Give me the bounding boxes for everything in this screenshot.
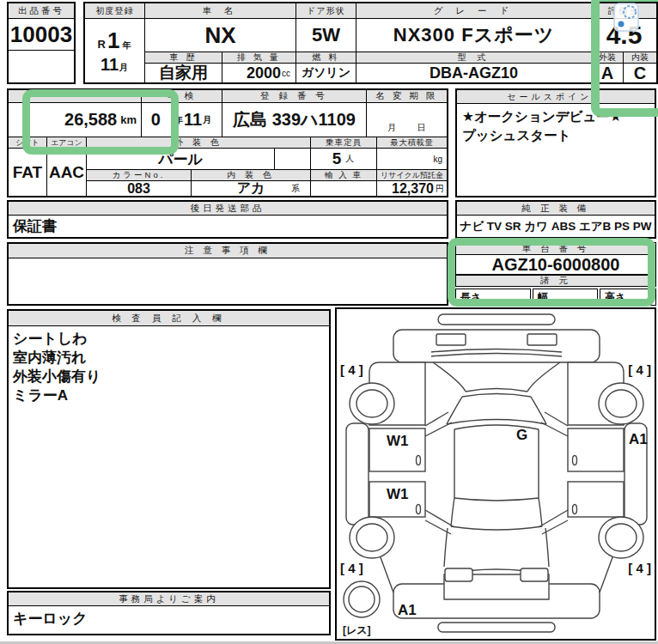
spec-length: 長さ [455,289,531,306]
first-reg-value: R 1 年 11 月 [85,19,145,82]
color-no-label: カラーNo. [87,170,192,181]
notes-box: 注 意 事 項 欄 [7,242,448,306]
displacement-label: 排 気 量 [222,52,296,64]
mileage-number: 26,588 [64,110,117,130]
inspector-line: 室内薄汚れ [13,349,101,368]
annotation-icon [613,3,639,32]
notes-label: 注 意 事 項 欄 [9,244,447,258]
capacity-number: 5 [332,149,342,168]
door-shape-label: ドア形状 [296,3,356,19]
reg-no-value: 広島 339ハ1109 [222,103,367,137]
name-change-month-unit: 月 [387,122,396,134]
first-reg-label: 初度登録 [85,3,145,19]
ext-color-label: 外 装 色 [87,137,311,149]
parts-value: 保証書 [9,216,447,237]
sales-point-label: セールスポイント [457,90,655,104]
office-value: キーロック [9,606,329,634]
shaken-value: 0 年 11 月 [142,103,222,137]
history-value: 自家用 [145,64,222,82]
int-color-name: アカ [237,181,265,196]
mid-table: 26,588 km 車 検 0 年 11 月 登 録 番 号 広島 339ハ11… [7,88,448,197]
import-value [311,181,377,196]
history-label: 車 歴 [145,52,222,64]
diagram-label-tire-rear-right: [ 4 ] [628,561,651,575]
diagram-label-rear-bumper: A1 [398,602,417,618]
diagram-label-tire-rear-left: [ 4 ] [340,561,363,575]
auction-sheet: 出品番号 10003 初度登録 R 1 年 11 月 車 名 NX 車 歴 自家… [0,0,658,644]
lot-number-value: 10003 [9,19,74,51]
name-change-day-unit: 日 [417,122,426,134]
name-change-label: 名 変 期 限 [367,90,447,103]
chassis-label: 車 台 番 号 [455,242,656,255]
office-box: 事務局よりご案内 キーロック [7,591,331,635]
specs-label: 諸 元 [455,275,656,287]
exterior-grade-value: A [592,64,624,82]
displacement-number: 2000 [247,64,281,82]
shaken-label: 車 検 [142,90,222,103]
grade-label: グ レ ー ド [356,3,592,19]
shaken-month-unit: 月 [203,114,211,126]
first-reg-year: 1 [107,27,119,54]
diagram-label-glass: G [516,427,527,443]
parts-label: 後日発送部品 [9,202,447,216]
first-reg-year-unit: 年 [122,39,131,52]
shaken-digit: 0 [151,110,161,130]
diagram-label-front-door-left: W1 [387,433,409,449]
recycle-number: 12,370 [392,181,434,196]
int-color-value: アカ 系 [192,181,311,196]
parts-box: 後日発送部品 保証書 [7,200,448,239]
sales-point-line: プッシュスタート [462,127,571,145]
equipment-value: ナビ TV SR カワ ABS エアB PS PW [457,216,655,237]
office-label: 事務局よりご案内 [9,592,329,606]
lot-number-box: 出品番号 10003 [7,2,76,84]
first-reg-era: R [98,38,106,51]
equipment-label: 純 正 装 備 [457,202,655,216]
capacity-label: 乗車定員 [311,137,377,149]
car-name-label: 車 名 [145,3,296,19]
car-diagram-svg: [ 4 ] [ 4 ] [ 4 ] [ 4 ] W1 W1 G A1 A1 [レ… [337,309,655,639]
capacity-unit: 人 [345,153,354,165]
int-color-label: 内 装 色 [192,170,311,181]
displacement-value: 2000 cc [222,64,296,82]
name-change-value: 月 日 [367,103,447,137]
fuel-label: 燃 料 [296,52,356,64]
notes-value [9,258,447,304]
diagram-label-rear-door-left: W1 [387,486,409,502]
sales-point-box: セールスポイント ★オークションデビュー★ プッシュスタート [455,88,656,197]
shaken-month: 11 [184,110,202,130]
aircon-label: エアコン [47,137,87,149]
door-shape-value: 5W [296,19,356,52]
first-reg-month: 11 [101,55,119,75]
inspector-box: 検 査 員 記 入 欄 シートしわ 室内薄汚れ 外装小傷有り ミラーA [7,309,331,589]
car-diagram: [ 4 ] [ 4 ] [ 4 ] [ 4 ] W1 W1 G A1 A1 [レ… [335,307,656,641]
inspector-line: シートしわ [13,330,101,349]
spec-width: 幅 [533,289,598,306]
displacement-unit: cc [282,69,290,78]
chassis-value: AGZ10-6000800 [455,255,656,275]
max-load-unit: kg [433,155,442,164]
sales-point-line: ★オークションデビュー★ [462,108,622,126]
model-code-value: DBA-AGZ10 [356,64,592,82]
interior-grade-value: C [624,64,656,82]
diagram-label-side-right: A1 [629,431,648,447]
shift-value: FAT [9,149,47,196]
inspector-label: 検 査 員 記 入 欄 [9,311,329,326]
max-load-value: kg [377,149,447,170]
recycle-value: 12,370 円 [377,181,447,196]
diagram-label-tire-front-left: [ 4 ] [340,362,363,377]
ext-color-sub-cell [275,149,311,170]
shaken-year-unit: 年 [174,114,183,126]
reg-no-label: 登 録 番 号 [222,90,367,103]
model-code-label: 型 式 [356,52,592,64]
first-reg-month-unit: 月 [119,62,128,74]
inspector-line: ミラーA [13,386,101,405]
int-color-suffix: 系 [291,183,300,195]
diagram-label-spare: [レス] [343,624,371,636]
ext-color-value: パール [87,149,275,170]
mileage-unit: km [120,113,137,126]
import-label: 輸 入 車 [311,170,377,181]
capacity-value: 5 人 [311,149,377,170]
mileage-header [9,90,142,103]
shift-label: シフト [9,137,47,149]
car-name-value: NX [145,19,296,52]
